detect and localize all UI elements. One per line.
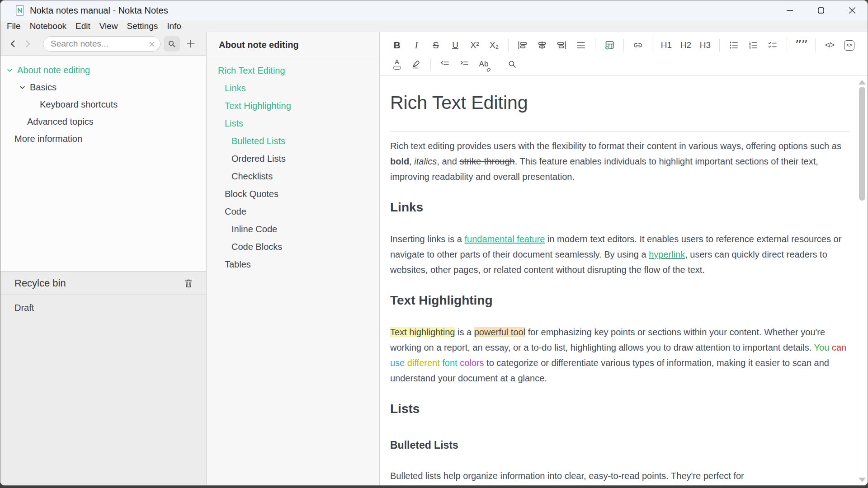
- block-quote-button[interactable]: ””: [793, 37, 809, 53]
- recycle-item-draft[interactable]: Draft: [0, 299, 206, 316]
- indent-button[interactable]: [456, 56, 472, 72]
- minimize-icon: [784, 5, 795, 16]
- menu-edit[interactable]: Edit: [71, 20, 95, 32]
- outline-item-ordered-lists[interactable]: Ordered Lists: [207, 150, 379, 168]
- insert-table-button[interactable]: [601, 37, 618, 53]
- text-run: is a: [455, 327, 474, 337]
- sidebar: About note editingBasicsKeyboard shortcu…: [0, 32, 207, 485]
- bold-button[interactable]: B: [389, 37, 405, 53]
- font-color-icon: A: [393, 59, 401, 70]
- outline-item-block-quotes[interactable]: Block Quotes: [207, 185, 379, 203]
- tree-item-label: About note editing: [17, 65, 90, 75]
- italic-button[interactable]: I: [408, 37, 425, 53]
- search-clear-button[interactable]: [147, 40, 156, 49]
- nav-forward-button[interactable]: [20, 37, 35, 51]
- inline-link[interactable]: fundamental feature: [465, 234, 545, 244]
- empty-trash-button[interactable]: [182, 277, 195, 290]
- highlighter-button[interactable]: [408, 56, 425, 72]
- tree-item-advanced-topics[interactable]: Advanced topics: [0, 113, 206, 130]
- find-button[interactable]: [504, 56, 520, 72]
- text-run: ,: [409, 156, 414, 166]
- checklist-icon: [767, 40, 778, 51]
- outline-item-links[interactable]: Links: [207, 80, 379, 97]
- chevron-down-icon[interactable]: [6, 67, 13, 74]
- scrollbar-thumb[interactable]: [859, 87, 865, 201]
- numbered-list-button[interactable]: 123: [745, 37, 761, 53]
- tree-item-basics[interactable]: Basics: [0, 79, 206, 96]
- toolbar-separator: [508, 39, 509, 52]
- heading-2-button[interactable]: H2: [678, 37, 694, 53]
- superscript-button[interactable]: X²: [467, 37, 483, 53]
- text-run: You: [814, 343, 830, 352]
- tree-item-label: Keyboard shortcuts: [40, 99, 118, 110]
- clear-format-button[interactable]: Ab: [476, 56, 492, 72]
- tree-item-keyboard-shortcuts[interactable]: Keyboard shortcuts: [0, 96, 206, 113]
- editor-content[interactable]: Rich Text EditingRich text editing provi…: [380, 76, 868, 485]
- text-run: Inserting links is a: [390, 234, 465, 244]
- chevron-down-icon[interactable]: [19, 84, 26, 91]
- scroll-down-arrow-icon[interactable]: [859, 478, 866, 482]
- font-color-button[interactable]: A: [389, 56, 405, 72]
- menu-notebook[interactable]: Notebook: [25, 20, 71, 32]
- recycle-bin-header[interactable]: Recylce bin: [0, 271, 206, 295]
- outline-item-tables[interactable]: Tables: [207, 256, 379, 273]
- subscript-button[interactable]: X₂: [486, 37, 502, 53]
- checklist-button[interactable]: [764, 37, 781, 53]
- search-input[interactable]: [43, 39, 160, 49]
- editor-scrollbar[interactable]: [856, 76, 868, 485]
- inline-code-button[interactable]: </>: [821, 37, 838, 53]
- inline-link[interactable]: hyperlink: [649, 249, 685, 259]
- outdent-button[interactable]: [437, 56, 453, 72]
- chevron-right-icon: [22, 38, 33, 49]
- outline-item-text-highlighting[interactable]: Text Highlighting: [207, 97, 379, 115]
- bulleted-list-button[interactable]: [726, 37, 742, 53]
- strikethrough-button[interactable]: S: [428, 37, 444, 53]
- clear-x-icon: [148, 40, 156, 48]
- link-icon: [632, 40, 643, 51]
- outline-item-checklists[interactable]: Checklists: [207, 168, 379, 185]
- outline-item-lists[interactable]: Lists: [207, 115, 379, 132]
- nav-back-button[interactable]: [6, 37, 20, 51]
- align-right-button[interactable]: [553, 37, 570, 53]
- outline-item-bulleted-lists[interactable]: Bulleted Lists: [207, 132, 379, 150]
- heading-3-button[interactable]: H3: [697, 37, 713, 53]
- menu-info[interactable]: Info: [162, 20, 186, 32]
- maximize-button[interactable]: [805, 0, 836, 20]
- link-button[interactable]: [630, 37, 646, 53]
- underline-button[interactable]: U: [447, 37, 463, 53]
- toolbar-separator: [595, 39, 595, 52]
- toolbar-separator: [719, 39, 720, 52]
- align-left-button[interactable]: [514, 37, 531, 53]
- menu-settings[interactable]: Settings: [123, 20, 163, 32]
- doc-h3: Bulleted Lists: [390, 438, 851, 452]
- search-button[interactable]: [164, 36, 180, 52]
- add-note-button[interactable]: [183, 36, 198, 52]
- heading-1-icon: H1: [661, 40, 672, 50]
- close-button[interactable]: [836, 0, 868, 20]
- outline-item-rich-text-editing[interactable]: Rich Text Editing: [207, 62, 379, 80]
- justify-button[interactable]: [573, 37, 589, 53]
- scroll-up-arrow-icon[interactable]: [859, 80, 866, 84]
- editor-toolbar: BISUX²X₂H1H2H3123””</><>AAb: [380, 32, 868, 76]
- tree-item-about-note-editing[interactable]: About note editing: [0, 61, 206, 79]
- recycle-bin-list: Draft: [0, 295, 206, 485]
- minimize-button[interactable]: [774, 0, 805, 20]
- heading-1-button[interactable]: H1: [658, 37, 675, 53]
- app-icon: [15, 5, 25, 16]
- tree-item-more-information[interactable]: More information: [0, 130, 206, 147]
- plus-icon: [185, 38, 197, 50]
- menu-file[interactable]: File: [2, 20, 25, 32]
- toolbar-separator: [815, 39, 816, 52]
- heading-2-icon: H2: [680, 40, 691, 50]
- menu-view[interactable]: View: [95, 20, 123, 32]
- bold-icon: B: [393, 40, 400, 51]
- align-center-button[interactable]: [534, 37, 550, 53]
- find-icon: [507, 59, 518, 70]
- text-run: Text highlighting: [390, 327, 455, 337]
- italic-icon: I: [415, 40, 418, 51]
- outline-item-inline-code[interactable]: Inline Code: [207, 221, 379, 238]
- code-block-button[interactable]: <>: [841, 37, 857, 53]
- outline-item-code-blocks[interactable]: Code Blocks: [207, 238, 379, 256]
- toolbar-separator: [498, 58, 498, 70]
- outline-item-code[interactable]: Code: [207, 203, 379, 221]
